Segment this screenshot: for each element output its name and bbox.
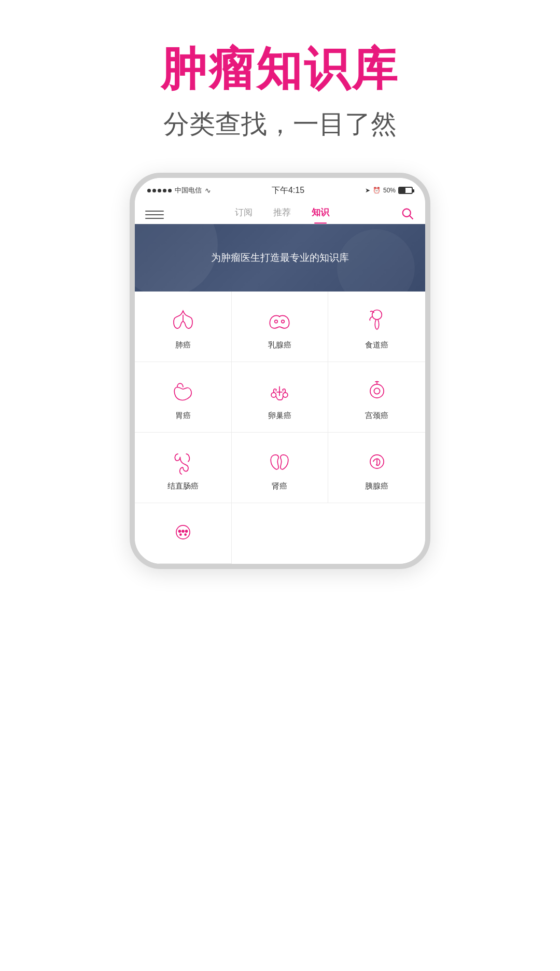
svg-point-10 <box>370 384 384 398</box>
kidney-label: 肾癌 <box>272 481 287 491</box>
location-icon: ➤ <box>365 187 370 194</box>
breast-label: 乳腺癌 <box>268 340 291 350</box>
lung-label: 肺癌 <box>175 340 191 350</box>
status-left: 中国电信 ∿ <box>147 186 211 195</box>
search-icon[interactable] <box>400 206 415 223</box>
menu-icon[interactable] <box>145 209 164 221</box>
svg-point-19 <box>181 530 185 533</box>
battery-fill <box>399 188 405 193</box>
grid-item-colon[interactable]: 结直肠癌 <box>135 433 232 503</box>
svg-point-0 <box>403 209 411 217</box>
banner-text: 为肿瘤医生打造最专业的知识库 <box>150 250 410 266</box>
svg-point-4 <box>282 320 285 323</box>
svg-line-1 <box>410 216 413 219</box>
ovary-label: 卵巢癌 <box>268 411 291 421</box>
time-label: 下午4:15 <box>272 185 304 196</box>
svg-point-3 <box>275 320 278 323</box>
nav-tabs: 订阅 推荐 知识 <box>164 206 400 224</box>
grid-item-lung[interactable]: 肺癌 <box>135 292 232 362</box>
svg-point-21 <box>179 533 182 536</box>
grid-item-more[interactable] <box>135 503 232 564</box>
esophagus-label: 食道癌 <box>365 340 388 350</box>
banner: 为肿瘤医生打造最专业的知识库 <box>135 224 425 292</box>
grid-item-cervix[interactable]: 宫颈癌 <box>328 362 425 433</box>
battery-percent: 50% <box>383 187 396 194</box>
wifi-icon: ∿ <box>205 186 211 195</box>
grid-item-kidney[interactable]: 肾癌 <box>232 433 329 503</box>
svg-line-14 <box>377 381 379 382</box>
svg-point-5 <box>372 310 382 320</box>
battery-bar <box>398 187 413 194</box>
svg-point-11 <box>374 388 380 394</box>
svg-line-13 <box>375 381 377 382</box>
svg-point-8 <box>272 393 276 397</box>
carrier-label: 中国电信 <box>175 186 202 195</box>
grid-item-ovary[interactable]: 卵巢癌 <box>232 362 329 433</box>
tab-subscribe[interactable]: 订阅 <box>235 206 253 224</box>
svg-point-22 <box>184 533 187 536</box>
status-bar: 中国电信 ∿ 下午4:15 ➤ ⏰ 50% <box>135 178 425 201</box>
svg-point-18 <box>178 530 181 533</box>
alarm-icon: ⏰ <box>373 187 381 194</box>
page-header: 肿瘤知识库 分类查找，一目了然 <box>161 0 399 142</box>
tab-knowledge[interactable]: 知识 <box>312 206 329 224</box>
grid-item-stomach[interactable]: 胃癌 <box>135 362 232 433</box>
page-subtitle: 分类查找，一目了然 <box>161 107 399 142</box>
signal-dots <box>147 189 172 192</box>
grid-item-pancreas[interactable]: 胰腺癌 <box>328 433 425 503</box>
stomach-label: 胃癌 <box>175 411 191 421</box>
cervix-label: 宫颈癌 <box>365 411 388 421</box>
colon-label: 结直肠癌 <box>167 481 199 491</box>
phone-frame: 中国电信 ∿ 下午4:15 ➤ ⏰ 50% 订阅 推荐 <box>130 173 430 569</box>
grid-item-esophagus[interactable]: 食道癌 <box>328 292 425 362</box>
grid-item-breast[interactable]: 乳腺癌 <box>232 292 329 362</box>
nav-bar: 订阅 推荐 知识 <box>135 201 425 224</box>
page-title: 肿瘤知识库 <box>161 41 399 96</box>
svg-point-9 <box>283 393 288 397</box>
pancreas-label: 胰腺癌 <box>365 481 388 491</box>
status-right: ➤ ⏰ 50% <box>365 187 413 194</box>
tab-recommend[interactable]: 推荐 <box>273 206 291 224</box>
cancer-grid: 肺癌 乳腺癌 食道癌 <box>135 292 425 564</box>
svg-point-20 <box>185 530 188 533</box>
